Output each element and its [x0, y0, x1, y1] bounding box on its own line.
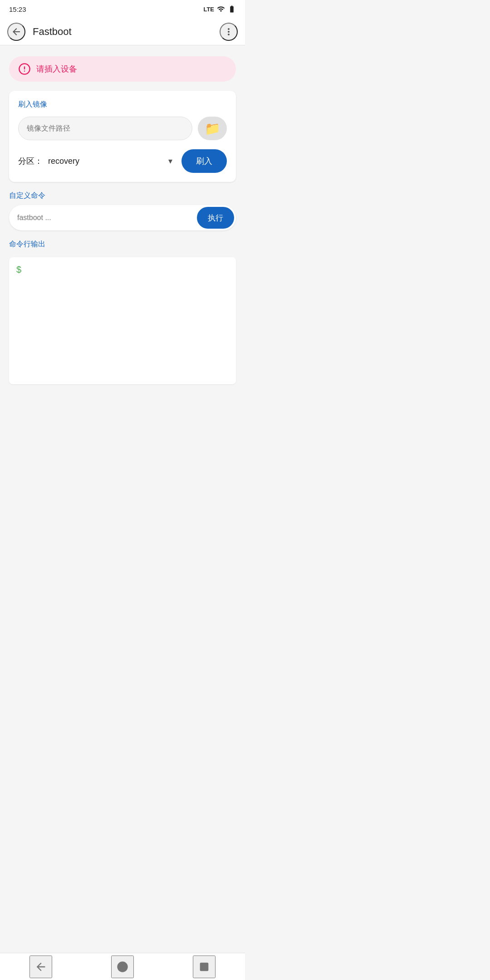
file-path-input[interactable] — [18, 117, 192, 140]
custom-command-section: 自定义命令 执行 — [9, 191, 236, 230]
alert-icon — [18, 63, 31, 75]
command-input[interactable] — [17, 208, 191, 228]
more-options-button[interactable] — [220, 23, 238, 41]
status-icons: LTE — [203, 5, 236, 13]
flash-button[interactable]: 刷入 — [181, 149, 227, 173]
flash-card: 刷入镜像 📁 分区： recovery boot system — [9, 91, 236, 182]
back-button[interactable] — [7, 23, 25, 41]
status-bar: 15:23 LTE — [0, 0, 245, 18]
toolbar: Fastboot — [0, 18, 245, 45]
alert-banner: 请插入设备 — [9, 56, 236, 82]
partition-label: 分区： — [18, 156, 43, 167]
svg-point-2 — [24, 71, 25, 72]
signal-icon — [217, 5, 225, 13]
alert-text: 请插入设备 — [36, 64, 77, 74]
custom-command-title: 自定义命令 — [9, 191, 236, 201]
command-row: 执行 — [9, 205, 236, 230]
back-icon — [11, 26, 22, 37]
main-content: 请插入设备 刷入镜像 📁 分区： recovery — [0, 45, 245, 490]
folder-icon: 📁 — [205, 121, 220, 136]
output-prompt: $ — [16, 265, 21, 274]
partition-select[interactable]: recovery boot system vendor userdata — [48, 150, 176, 172]
exec-button[interactable]: 执行 — [197, 207, 234, 229]
output-title: 命令行输出 — [9, 240, 236, 249]
status-time: 15:23 — [9, 5, 26, 13]
lte-label: LTE — [203, 6, 214, 13]
output-box: $ — [9, 257, 236, 384]
file-row: 📁 — [18, 117, 227, 140]
output-section: 命令行输出 $ — [9, 240, 236, 384]
folder-browse-button[interactable]: 📁 — [198, 117, 227, 140]
partition-select-wrapper: recovery boot system vendor userdata — [48, 150, 176, 172]
flash-card-title: 刷入镜像 — [18, 100, 227, 109]
page-title: Fastboot — [33, 26, 212, 38]
more-icon — [223, 26, 234, 37]
battery-icon — [228, 5, 236, 13]
partition-row: 分区： recovery boot system vendor userdata… — [18, 149, 227, 173]
